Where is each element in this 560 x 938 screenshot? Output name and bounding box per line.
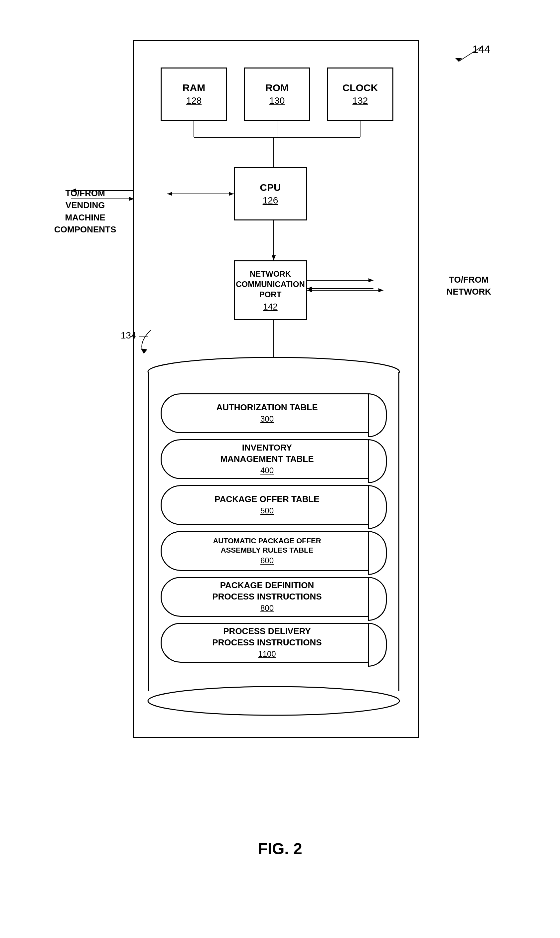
figure-label: FIG. 2	[258, 840, 302, 858]
rom-number: 130	[269, 95, 285, 106]
package-definition-number: 800	[260, 603, 274, 612]
svg-marker-25	[307, 287, 312, 291]
inventory-management-table-item: INVENTORYMANAGEMENT TABLE 400	[161, 439, 387, 479]
arrow-134-svg	[131, 327, 157, 357]
authorization-table-text: AUTHORIZATION TABLE 300	[216, 402, 331, 424]
auto-package-table-number: 600	[260, 556, 274, 565]
rom-label: ROM	[265, 82, 289, 94]
svg-point-27	[148, 687, 399, 715]
clock-label: CLOCK	[343, 82, 378, 94]
network-port-label: NETWORK COMMUNICATION PORT	[236, 269, 305, 300]
package-definition-item: PACKAGE DEFINITIONPROCESS INSTRUCTIONS 8…	[161, 577, 387, 617]
svg-line-0	[458, 46, 482, 62]
cpu-number: 126	[263, 195, 278, 206]
db-items-container: AUTHORIZATION TABLE 300 INVENTORYMANAGEM…	[154, 387, 394, 669]
cpu-label: CPU	[260, 182, 281, 193]
package-offer-table-item: PACKAGE OFFER TABLE 500	[161, 485, 387, 525]
authorization-table-item: AUTHORIZATION TABLE 300	[161, 394, 387, 433]
package-offer-table-number: 500	[260, 506, 274, 515]
inventory-management-table-number: 400	[260, 466, 274, 475]
arrow-144-svg	[449, 43, 489, 66]
inventory-management-table-text: INVENTORYMANAGEMENT TABLE 400	[220, 442, 327, 476]
svg-marker-28	[141, 349, 147, 354]
cpu-box: CPU 126	[234, 167, 307, 220]
process-delivery-number: 1100	[258, 649, 276, 658]
network-port-box: NETWORK COMMUNICATION PORT 142	[234, 260, 307, 320]
ram-box: RAM 128	[161, 68, 227, 121]
main-box: RAM 128 ROM 130 CLOCK 132 CPU 126 TO/FRO…	[133, 40, 419, 738]
package-definition-text: PACKAGE DEFINITIONPROCESS INSTRUCTIONS 8…	[212, 580, 335, 614]
database-container: 134 — AUTHORIZATION TABLE 300	[147, 357, 407, 716]
rom-box: ROM 130	[244, 68, 310, 121]
svg-marker-13	[229, 192, 234, 196]
diagram-container: 144	[53, 40, 507, 871]
ram-label: RAM	[183, 82, 205, 94]
clock-number: 132	[352, 95, 368, 106]
tofrom-network-label: TO/FROMNETWORK	[446, 274, 491, 298]
svg-marker-23	[368, 278, 374, 282]
network-port-number: 142	[263, 301, 277, 312]
svg-marker-11	[167, 192, 172, 196]
svg-marker-9	[272, 255, 276, 260]
ram-number: 128	[186, 95, 202, 106]
tofrom-vending-arrows	[68, 184, 141, 207]
auto-package-table-text: AUTOMATIC PACKAGE OFFERASSEMBLY RULES TA…	[213, 536, 334, 566]
authorization-table-number: 300	[260, 414, 274, 423]
package-offer-table-text: PACKAGE OFFER TABLE 500	[214, 494, 332, 517]
svg-marker-19	[71, 189, 76, 192]
process-delivery-item: PROCESS DELIVERYPROCESS INSTRUCTIONS 110…	[161, 623, 387, 663]
tofrom-network-arrows	[307, 274, 380, 297]
clock-box: CLOCK 132	[327, 68, 394, 121]
db-bottom-ellipse-svg	[147, 686, 400, 716]
process-delivery-text: PROCESS DELIVERYPROCESS INSTRUCTIONS 110…	[212, 626, 335, 660]
svg-marker-21	[129, 197, 134, 201]
auto-package-table-item: AUTOMATIC PACKAGE OFFERASSEMBLY RULES TA…	[161, 531, 387, 571]
